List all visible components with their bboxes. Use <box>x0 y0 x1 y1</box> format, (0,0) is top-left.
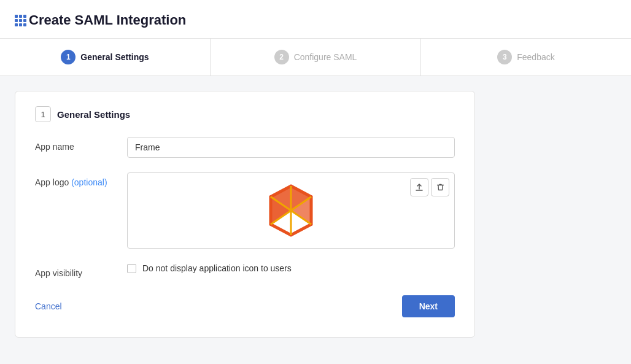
grid-icon <box>15 15 26 26</box>
upload-logo-button[interactable] <box>410 178 428 196</box>
steps-bar: 1 General Settings 2 Configure SAML 3 Fe… <box>0 39 631 76</box>
logo-preview <box>257 173 325 248</box>
step-3-number: 3 <box>497 50 512 64</box>
form-footer: Cancel Next <box>35 295 455 317</box>
app-logo-control <box>127 172 455 249</box>
app-logo-row: App logo (optional) <box>35 172 455 249</box>
app-name-label: App name <box>35 137 115 152</box>
app-logo-label: App logo (optional) <box>35 172 115 187</box>
step-1-number: 1 <box>61 50 75 64</box>
step-2-label: Configure SAML <box>294 52 357 62</box>
visibility-checkbox-row: Do not display application icon to users <box>127 263 455 273</box>
app-visibility-label: App visibility <box>35 263 115 278</box>
section-title: General Settings <box>57 109 130 120</box>
step-3[interactable]: 3 Feedback <box>421 39 631 76</box>
step-2[interactable]: 2 Configure SAML <box>211 39 421 76</box>
main-content: 1 General Settings App name Frame App lo… <box>0 76 631 352</box>
step-2-number: 2 <box>274 50 289 64</box>
step-3-label: Feedback <box>517 52 554 62</box>
logo-action-buttons <box>410 178 449 196</box>
section-number: 1 <box>35 106 51 122</box>
app-name-input[interactable]: Frame <box>127 137 455 158</box>
step-1[interactable]: 1 General Settings <box>0 39 211 76</box>
visibility-checkbox[interactable] <box>127 264 136 273</box>
section-header: 1 General Settings <box>35 106 455 122</box>
app-visibility-control: Do not display application icon to users <box>127 263 455 273</box>
app-name-row: App name Frame <box>35 137 455 158</box>
page-header: Create SAML Integration <box>0 0 631 39</box>
form-card: 1 General Settings App name Frame App lo… <box>15 91 475 338</box>
app-visibility-row: App visibility Do not display applicatio… <box>35 263 455 278</box>
visibility-checkbox-label: Do not display application icon to users <box>142 263 292 273</box>
next-button[interactable]: Next <box>402 295 455 317</box>
app-name-control: Frame <box>127 137 455 158</box>
logo-upload-area[interactable] <box>127 172 455 249</box>
step-1-label: General Settings <box>80 52 149 62</box>
page-title: Create SAML Integration <box>29 12 186 28</box>
cancel-button[interactable]: Cancel <box>35 299 62 314</box>
delete-logo-button[interactable] <box>431 178 449 196</box>
